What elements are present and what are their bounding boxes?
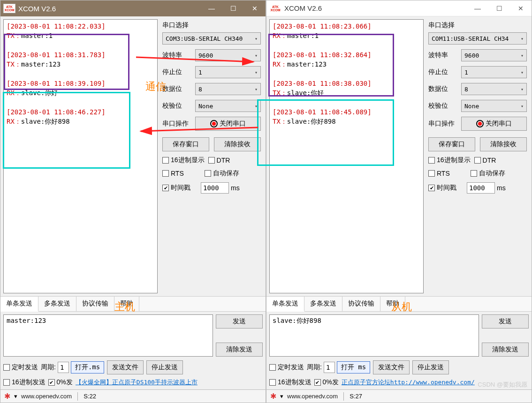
clear-send-button[interactable]: 清除发送 bbox=[216, 343, 263, 357]
app-logo-icon: ATKXCOM bbox=[3, 4, 15, 13]
dtr-label: DTR bbox=[217, 157, 230, 164]
clear-receive-button[interactable]: 清除接收 bbox=[214, 137, 261, 151]
tab-help[interactable]: 帮助 bbox=[380, 297, 405, 311]
databits-select[interactable]: 8▾ bbox=[195, 83, 261, 95]
save-window-button[interactable]: 保存窗口 bbox=[162, 137, 209, 151]
tab-single-send[interactable]: 单条发送 bbox=[0, 297, 38, 312]
parity-label: 校验位 bbox=[428, 102, 461, 110]
timestamp-unit: ms bbox=[497, 184, 506, 192]
hex-send-checkbox[interactable] bbox=[269, 379, 276, 386]
rts-label: RTS bbox=[437, 170, 450, 177]
timestamp-interval-input[interactable]: 1000 bbox=[467, 182, 495, 194]
send-button[interactable]: 发送 bbox=[216, 314, 263, 328]
progress-checkbox[interactable] bbox=[314, 379, 321, 386]
tab-help[interactable]: 帮助 bbox=[114, 297, 139, 311]
rts-checkbox[interactable] bbox=[162, 170, 169, 177]
send-file-button[interactable]: 发送文件 bbox=[107, 360, 144, 374]
send-file-button[interactable]: 发送文件 bbox=[373, 360, 410, 374]
status-counter-s: S:22 bbox=[84, 393, 96, 400]
ad-link[interactable]: 【火爆全网】正点原子DS100手持示波器上市 bbox=[76, 378, 263, 387]
parity-select[interactable]: None▾ bbox=[461, 100, 527, 112]
minimize-button[interactable]: — bbox=[201, 0, 222, 16]
stop-send-button[interactable]: 停止发送 bbox=[412, 360, 449, 374]
receive-log[interactable]: [2023-08-01 11:08:22.033]TX：master:1 [20… bbox=[3, 19, 158, 293]
send-textarea[interactable]: master:123 bbox=[3, 314, 213, 357]
save-window-button[interactable]: 保存窗口 bbox=[428, 137, 475, 151]
xcom-window-right: ATKXCOM XCOM V2.6 — ☐ ✕ [2023-08-01 11:0… bbox=[266, 0, 532, 403]
titlebar[interactable]: ATKXCOM XCOM V2.6 — ☐ ✕ bbox=[0, 0, 266, 16]
clear-receive-button[interactable]: 清除接收 bbox=[480, 137, 527, 151]
parity-label: 校验位 bbox=[162, 102, 195, 110]
hex-display-checkbox[interactable] bbox=[162, 157, 169, 164]
progress-label: 0%发 bbox=[323, 378, 339, 387]
titlebar[interactable]: ATKXCOM XCOM V2.6 — ☐ ✕ bbox=[266, 0, 532, 16]
window-title: XCOM V2.6 bbox=[18, 5, 201, 13]
timed-send-checkbox[interactable] bbox=[269, 364, 276, 371]
timestamp-checkbox[interactable] bbox=[162, 185, 169, 191]
open-ms-button[interactable]: 打开 ms bbox=[337, 361, 370, 373]
gear-icon[interactable]: ✱ bbox=[270, 392, 276, 401]
status-url[interactable]: www.openedv.com bbox=[287, 393, 338, 400]
timestamp-checkbox[interactable] bbox=[428, 185, 435, 191]
watermark: CSDN @要如我愿 bbox=[478, 381, 527, 389]
autosave-checkbox[interactable] bbox=[471, 170, 477, 177]
close-button[interactable]: ✕ bbox=[244, 0, 266, 16]
tab-protocol[interactable]: 协议传输 bbox=[342, 297, 380, 311]
dropdown-icon[interactable]: ▾ bbox=[280, 393, 283, 400]
period-label: 周期: bbox=[307, 363, 322, 372]
receive-log[interactable]: [2023-08-01 11:08:23.066]RX：master:1 [20… bbox=[269, 19, 424, 293]
toggle-port-button[interactable]: 关闭串口 bbox=[195, 117, 261, 131]
port-op-label: 串口操作 bbox=[162, 119, 195, 128]
baud-select[interactable]: 9600▾ bbox=[461, 49, 527, 61]
baud-label: 波特率 bbox=[162, 51, 195, 60]
dropdown-icon[interactable]: ▾ bbox=[14, 393, 17, 400]
maximize-button[interactable]: ☐ bbox=[488, 0, 510, 16]
tab-protocol[interactable]: 协议传输 bbox=[76, 297, 114, 311]
xcom-window-left: ATKXCOM XCOM V2.6 — ☐ ✕ [2023-08-01 11:0… bbox=[0, 0, 266, 403]
autosave-checkbox[interactable] bbox=[205, 170, 211, 177]
status-url[interactable]: www.openedv.com bbox=[21, 393, 72, 400]
parity-select[interactable]: None▾ bbox=[195, 100, 261, 112]
baud-select[interactable]: 9600▾ bbox=[195, 49, 261, 61]
stop-send-button[interactable]: 停止发送 bbox=[146, 360, 183, 374]
databits-label: 数据位 bbox=[162, 85, 195, 93]
window-title: XCOM V2.6 bbox=[284, 4, 467, 12]
period-input[interactable]: 1 bbox=[58, 362, 69, 373]
toggle-port-button[interactable]: 关闭串口 bbox=[461, 117, 527, 131]
tab-single-send[interactable]: 单条发送 bbox=[266, 297, 304, 312]
maximize-button[interactable]: ☐ bbox=[222, 0, 244, 16]
port-select-label: 串口选择 bbox=[162, 21, 261, 30]
send-tabs: 单条发送 多条发送 协议传输 帮助 bbox=[0, 296, 266, 312]
clear-send-button[interactable]: 清除发送 bbox=[482, 343, 529, 357]
record-icon bbox=[476, 120, 484, 127]
progress-checkbox[interactable] bbox=[48, 379, 55, 386]
hex-display-checkbox[interactable] bbox=[428, 157, 435, 164]
minimize-button[interactable]: — bbox=[467, 0, 488, 16]
tab-multi-send[interactable]: 多条发送 bbox=[38, 297, 76, 311]
rts-label: RTS bbox=[171, 170, 184, 177]
dtr-label: DTR bbox=[483, 157, 496, 164]
client-area: [2023-08-01 11:08:22.033]TX：master:1 [20… bbox=[0, 16, 266, 403]
port-select[interactable]: COM11:USB-SERIAL CH34▾ bbox=[428, 32, 527, 45]
gear-icon[interactable]: ✱ bbox=[4, 392, 10, 401]
app-logo-icon: ATKXCOM bbox=[269, 4, 281, 13]
dtr-checkbox[interactable] bbox=[208, 157, 215, 164]
databits-select[interactable]: 8▾ bbox=[461, 83, 527, 95]
timestamp-interval-input[interactable]: 1000 bbox=[201, 182, 229, 194]
tab-multi-send[interactable]: 多条发送 bbox=[304, 297, 342, 311]
port-select[interactable]: COM3:USB-SERIAL CH340▾ bbox=[162, 32, 261, 45]
dtr-checkbox[interactable] bbox=[474, 157, 481, 164]
stopbits-select[interactable]: 1▾ bbox=[195, 66, 261, 78]
rts-checkbox[interactable] bbox=[428, 170, 435, 177]
close-button[interactable]: ✕ bbox=[510, 0, 532, 16]
period-input[interactable]: 1 bbox=[324, 362, 335, 373]
timed-send-checkbox[interactable] bbox=[3, 364, 10, 371]
autosave-label: 自动保存 bbox=[213, 169, 239, 178]
client-area: [2023-08-01 11:08:23.066]RX：master:1 [20… bbox=[266, 16, 532, 403]
send-textarea[interactable]: slave:你好898 bbox=[269, 314, 479, 357]
hex-send-label: 16进制发送 bbox=[278, 378, 312, 387]
open-ms-button[interactable]: 打开.ms bbox=[71, 361, 104, 373]
stopbits-select[interactable]: 1▾ bbox=[461, 66, 527, 78]
hex-send-checkbox[interactable] bbox=[3, 379, 10, 386]
send-button[interactable]: 发送 bbox=[482, 314, 529, 328]
